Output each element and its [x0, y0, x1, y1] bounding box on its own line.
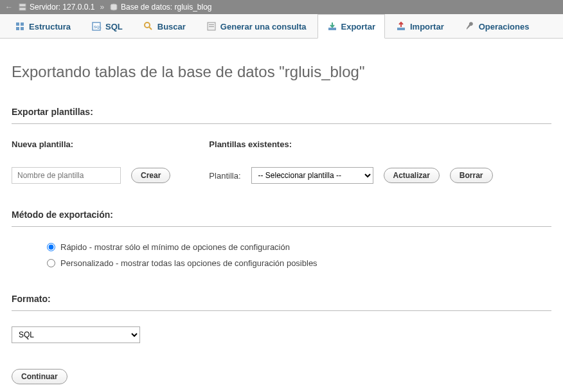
tab-operaciones[interactable]: Operaciones: [455, 14, 539, 38]
svg-rect-5: [16, 27, 19, 30]
svg-text:SQL: SQL: [94, 25, 102, 29]
svg-rect-4: [21, 22, 24, 26]
sql-icon: SQL: [91, 21, 102, 31]
existing-template-col: Plantillas existentes: Plantilla: -- Sel…: [209, 139, 492, 184]
wrench-icon: [465, 21, 475, 31]
server-icon: [18, 3, 27, 12]
breadcrumb-database[interactable]: Base de datos: rgluis_blog: [121, 3, 211, 12]
tab-estructura[interactable]: Estructura: [5, 14, 80, 38]
database-icon: [109, 3, 118, 12]
new-template-col: Nueva plantilla: Crear: [12, 139, 170, 184]
method-custom-radio[interactable]: [47, 259, 55, 267]
breadcrumb: ← Servidor: 127.0.0.1 » Base de datos: r…: [0, 0, 563, 14]
tab-generar[interactable]: Generar una consulta: [197, 14, 316, 38]
content-area: Exportando tablas de la base de datos "r…: [0, 39, 563, 392]
query-icon: [206, 21, 217, 31]
export-icon: [327, 21, 337, 31]
format-heading: Formato:: [12, 294, 551, 304]
back-arrow-icon[interactable]: ←: [5, 3, 13, 12]
search-icon: [143, 21, 154, 31]
template-select[interactable]: -- Seleccionar plantilla --: [251, 167, 373, 184]
method-quick-radio[interactable]: [47, 243, 55, 251]
tab-buscar[interactable]: Buscar: [134, 14, 195, 38]
tabs-nav: Estructura SQL SQL Buscar Generar una co…: [0, 14, 563, 39]
svg-rect-3: [16, 22, 19, 26]
method-quick-label: Rápido - mostrar sólo el mínimo de opcio…: [60, 242, 290, 252]
svg-rect-15: [397, 28, 405, 30]
svg-line-10: [149, 27, 152, 30]
page-title: Exportando tablas de la base de datos "r…: [12, 63, 551, 81]
format-select[interactable]: SQL: [12, 326, 140, 343]
tab-exportar[interactable]: Exportar: [317, 14, 385, 39]
breadcrumb-server[interactable]: Servidor: 127.0.0.1: [30, 3, 94, 12]
method-custom-label: Personalizado - mostrar todas las opcion…: [60, 258, 317, 268]
svg-rect-13: [209, 26, 214, 27]
svg-rect-0: [19, 4, 26, 6]
tab-importar[interactable]: Importar: [386, 14, 454, 38]
svg-rect-1: [19, 8, 26, 10]
delete-button[interactable]: Borrar: [450, 168, 493, 183]
export-templates-heading: Exportar plantillas:: [12, 107, 551, 117]
new-template-label: Nueva plantilla:: [12, 139, 170, 149]
svg-point-9: [145, 22, 150, 28]
structure-icon: [15, 21, 25, 31]
svg-rect-12: [209, 24, 214, 25]
update-button[interactable]: Actualizar: [384, 168, 440, 183]
continue-button[interactable]: Continuar: [12, 369, 67, 384]
plantilla-label: Plantilla:: [209, 171, 240, 181]
breadcrumb-separator: »: [100, 3, 104, 12]
svg-rect-14: [328, 28, 336, 30]
existing-templates-label: Plantillas existentes:: [209, 139, 492, 149]
export-method-heading: Método de exportación:: [12, 209, 551, 220]
create-button[interactable]: Crear: [131, 168, 170, 183]
svg-rect-6: [21, 27, 24, 30]
tab-sql[interactable]: SQL SQL: [82, 14, 132, 38]
template-name-input[interactable]: [12, 167, 121, 184]
import-icon: [396, 21, 406, 31]
